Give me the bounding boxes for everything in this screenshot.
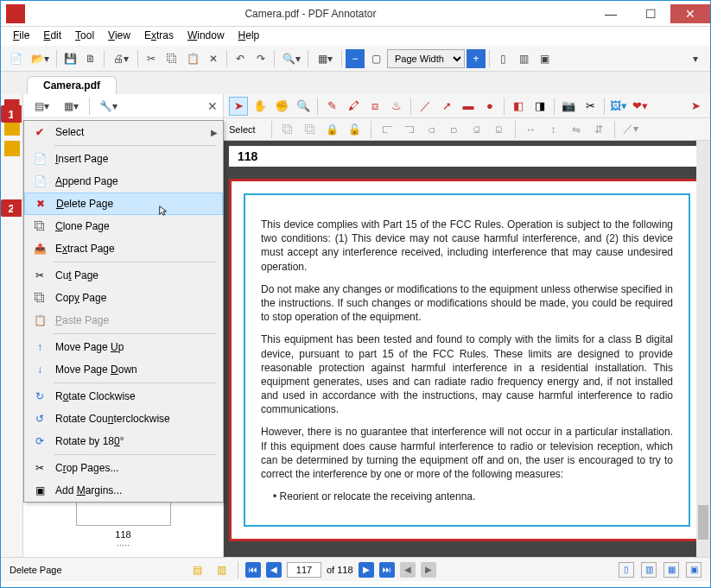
zoom-select[interactable]: Page Width	[387, 49, 465, 68]
continuous-button[interactable]: ▥	[514, 49, 533, 68]
save-button[interactable]: 💾	[60, 49, 79, 68]
menu-item-append-page[interactable]: 📄 Append Page	[24, 170, 223, 193]
lock-button[interactable]: 🔒	[324, 121, 341, 138]
cut-button[interactable]: ✂	[142, 49, 161, 68]
status-icon-1[interactable]: ▤	[187, 560, 206, 579]
nav-back-button[interactable]: ◀	[400, 562, 416, 578]
find-button[interactable]: 🔍▾	[278, 49, 304, 68]
pan-tool[interactable]: ✋	[251, 97, 270, 116]
save-as-button[interactable]: 🗎	[81, 49, 100, 68]
menu-item-move-down[interactable]: ↓ Move Page Down	[24, 358, 223, 381]
line-tool[interactable]: ／	[416, 97, 435, 116]
snapshot-tool[interactable]: 📷	[559, 97, 578, 116]
fit-page-button[interactable]: ▢	[366, 49, 385, 68]
status-icon-2[interactable]: ▥	[212, 560, 231, 579]
zoom-out-button[interactable]: −	[346, 49, 365, 68]
unlock-button[interactable]: 🔓	[346, 121, 364, 138]
menu-item-add-margins[interactable]: ▣ Add Margins...	[24, 479, 223, 502]
sidebar-pages-dropdown[interactable]: ▤▾	[29, 97, 54, 116]
rect-tool[interactable]: ▬	[459, 97, 478, 116]
paste-button[interactable]: 📋	[183, 49, 202, 68]
distribute-h-button[interactable]: ↔	[523, 121, 540, 138]
menu-help[interactable]: Help	[232, 27, 267, 46]
crop-tool[interactable]: ✂	[581, 97, 600, 116]
copy-button[interactable]: ⿻	[162, 49, 181, 68]
last-page-button[interactable]: ⏭	[379, 562, 395, 578]
undo-button[interactable]: ↶	[231, 49, 250, 68]
erase-all-tool[interactable]: ◨	[530, 97, 549, 116]
menu-item-rotate-180[interactable]: ⟳ Rotate by 180°	[24, 430, 223, 452]
menu-window[interactable]: Window	[181, 27, 232, 46]
view-mode-1[interactable]: ▯	[619, 562, 634, 578]
stamp-tool[interactable]: ♨	[387, 97, 406, 116]
menu-edit[interactable]: Edit	[36, 27, 68, 46]
two-page-button[interactable]: ▣	[535, 49, 554, 68]
menu-item-delete-page[interactable]: ✖ Delete Page	[24, 193, 223, 215]
line-style-button[interactable]: ／▾	[622, 121, 639, 138]
menu-item-insert-page[interactable]: 📄 Insert Page	[24, 148, 223, 170]
menu-item-copy-page[interactable]: ⿻ Copy Page	[24, 287, 223, 309]
layers-icon[interactable]	[4, 141, 20, 156]
menu-file[interactable]: File	[6, 27, 36, 46]
menu-item-clone-page[interactable]: ⿻ Clone Page	[24, 215, 223, 237]
print-button[interactable]: 🖨▾	[108, 49, 134, 68]
eraser-tool[interactable]: ◧	[509, 97, 528, 116]
menu-item-rotate-ccw[interactable]: ↺ Rotate Counterclockwise	[24, 408, 223, 430]
marker-tool[interactable]: 🖍	[344, 97, 363, 116]
menu-item-rotate-cw[interactable]: ↻ Rotate Clockwise	[24, 385, 223, 408]
view-mode-2[interactable]: ▥	[641, 562, 657, 578]
sidebar-tools-dropdown[interactable]: 🔧▾	[95, 97, 121, 116]
align-center-button[interactable]: ⫎	[401, 121, 418, 138]
flip-v-button[interactable]: ⇵	[590, 121, 607, 138]
menu-extras[interactable]: Extras	[137, 27, 181, 46]
close-button[interactable]: ✕	[670, 4, 710, 23]
zoom-tool[interactable]: 🔍	[294, 97, 313, 116]
menu-tool[interactable]: Tool	[68, 27, 101, 46]
flip-h-button[interactable]: ⇋	[568, 121, 585, 138]
distribute-v-button[interactable]: ↕	[545, 121, 562, 138]
sidebar-view-dropdown[interactable]: ▦▾	[58, 97, 84, 116]
align-left-button[interactable]: ⫍	[378, 121, 396, 138]
zoom-in-button[interactable]: +	[467, 49, 486, 68]
grab-tool[interactable]: ✊	[272, 97, 291, 116]
menu-item-cut-page[interactable]: ✂ Cut Page	[24, 264, 223, 287]
layout-button[interactable]: ▦▾	[312, 49, 338, 68]
group-button[interactable]: ⿻	[279, 121, 296, 138]
align-right-button[interactable]: ⫏	[423, 121, 441, 138]
scrollbar-thumb[interactable]	[698, 505, 708, 540]
single-page-button[interactable]: ▯	[493, 49, 512, 68]
prev-page-button[interactable]: ◀	[266, 562, 282, 578]
menu-item-select[interactable]: ✔ Select ▶	[24, 121, 223, 143]
arrow-tool[interactable]: ➚	[437, 97, 456, 116]
delete-button[interactable]: ✕	[204, 49, 223, 68]
menu-item-move-up[interactable]: ↑ Move Page Up	[24, 336, 223, 358]
redo-button[interactable]: ↷	[251, 49, 270, 68]
sidebar-close-button[interactable]: ✕	[207, 99, 218, 113]
maximize-button[interactable]: ☐	[631, 4, 670, 23]
image-tool[interactable]: 🖼▾	[609, 97, 628, 116]
overflow-button[interactable]: ▾	[686, 49, 705, 68]
minimize-button[interactable]: —	[591, 4, 631, 23]
nav-forward-button[interactable]: ▶	[421, 562, 436, 578]
first-page-button[interactable]: ⏮	[245, 562, 261, 578]
page-viewport[interactable]: 118 This device complies with Part 15 of…	[224, 141, 710, 557]
align-middle-button[interactable]: ⫑	[468, 121, 486, 138]
menu-item-extract-page[interactable]: 📤 Extract Page	[24, 237, 223, 260]
ellipse-tool[interactable]: ●	[480, 97, 499, 116]
view-mode-4[interactable]: ▣	[686, 562, 701, 578]
pen-tool[interactable]: ✎	[322, 97, 341, 116]
text-tool[interactable]: ⧈	[365, 97, 384, 116]
favorite-tool[interactable]: ❤▾	[631, 97, 650, 116]
open-button[interactable]: 📂▾	[27, 49, 53, 68]
new-doc-button[interactable]: 📄	[6, 49, 25, 68]
vertical-scrollbar[interactable]	[696, 141, 710, 557]
menu-view[interactable]: View	[101, 27, 137, 46]
ungroup-button[interactable]: ⿻	[302, 121, 319, 138]
pointer-tool[interactable]: ➤	[229, 97, 248, 116]
align-top-button[interactable]: ⫐	[446, 121, 463, 138]
align-bottom-button[interactable]: ⫒	[491, 121, 508, 138]
view-mode-3[interactable]: ▦	[663, 562, 679, 578]
next-page-button[interactable]: ▶	[359, 562, 374, 578]
page-number-input[interactable]	[287, 562, 321, 578]
document-tab[interactable]: Camera.pdf	[27, 76, 117, 94]
